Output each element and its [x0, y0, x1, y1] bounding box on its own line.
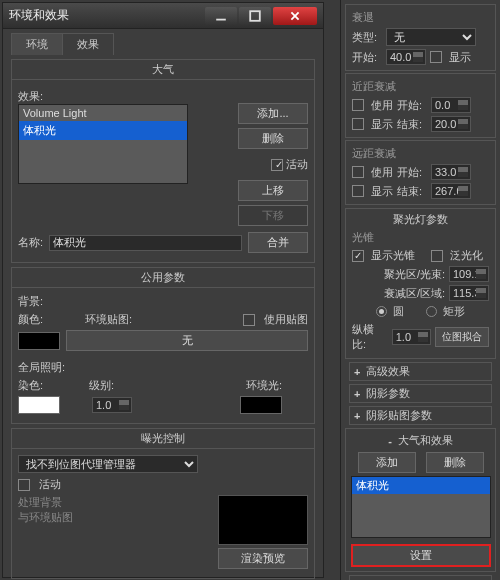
spot-title: 聚光灯参数 — [348, 212, 493, 227]
envmap-button[interactable]: 无 — [66, 330, 308, 351]
decay-label: 衰退 — [352, 10, 489, 25]
global-label: 全局照明: — [18, 360, 65, 375]
rp-add-button[interactable]: 添加 — [358, 452, 416, 473]
process-label: 处理背景 与环境贴图 — [18, 495, 73, 525]
tab-environment[interactable]: 环境 — [11, 33, 63, 55]
bg-color-swatch[interactable] — [18, 332, 60, 350]
ambient-label: 环境光: — [246, 378, 282, 393]
render-preview-button[interactable]: 渲染预览 — [218, 548, 308, 569]
preview-thumb — [218, 495, 308, 545]
collapse-shadowmap[interactable]: +阴影贴图参数 — [349, 406, 492, 425]
collapse-advfx[interactable]: +高级效果 — [349, 362, 492, 381]
tint-label: 染色: — [18, 378, 43, 393]
right-panel: 衰退 类型:无 开始:40.0显示 近距衰减 使用开始:0.0 显示结束:20.… — [340, 0, 500, 580]
envmap-label: 环境贴图: — [85, 312, 132, 327]
list-item[interactable]: Volume Light — [19, 105, 187, 121]
falloff-spinner[interactable]: 115.3 — [449, 285, 489, 301]
svg-rect-1 — [250, 11, 260, 21]
collapse-extra[interactable]: + — [349, 575, 492, 580]
tab-effects[interactable]: 效果 — [62, 33, 114, 55]
setup-button[interactable]: 设置 — [351, 544, 491, 567]
near-label: 近距衰减 — [352, 79, 489, 94]
effects-list[interactable]: Volume Light 体积光 — [18, 104, 188, 184]
collapse-shadow[interactable]: +阴影参数 — [349, 384, 492, 403]
level-spinner[interactable]: 1.0 — [92, 397, 132, 413]
color-label: 颜色: — [18, 312, 43, 327]
active-label: 活动 — [286, 158, 308, 170]
usemap-label: 使用贴图 — [264, 312, 308, 327]
overshoot-checkbox[interactable] — [431, 250, 443, 262]
minimize-button[interactable] — [205, 7, 237, 25]
exposure-select[interactable]: 找不到位图代理管理器 — [18, 455, 198, 473]
move-up-button[interactable]: 上移 — [238, 180, 308, 201]
close-button[interactable] — [273, 7, 317, 25]
hotspot-spinner[interactable]: 109.1 — [449, 266, 489, 282]
decay-start-spinner[interactable]: 40.0 — [386, 49, 426, 65]
decay-show-checkbox[interactable] — [430, 51, 442, 63]
background-label: 背景: — [18, 294, 43, 309]
effects-label: 效果: — [18, 89, 43, 104]
near-end-spinner[interactable]: 20.0 — [431, 116, 471, 132]
active-checkbox[interactable] — [271, 159, 283, 171]
rp-delete-button[interactable]: 删除 — [426, 452, 484, 473]
bitmap-fit-button[interactable]: 位图拟合 — [435, 327, 489, 347]
rect-radio[interactable] — [426, 306, 437, 317]
exp-active-checkbox[interactable] — [18, 479, 30, 491]
delete-button[interactable]: 删除 — [238, 128, 308, 149]
panel-title-common: 公用参数 — [12, 268, 314, 288]
far-start-spinner[interactable]: 33.0 — [431, 164, 471, 180]
far-end-spinner[interactable]: 267.0 — [431, 183, 471, 199]
name-input[interactable] — [49, 235, 242, 251]
far-label: 远距衰减 — [352, 146, 489, 161]
collapse-atmosfx[interactable]: -大气和效果 — [348, 432, 493, 449]
far-use-checkbox[interactable] — [352, 166, 364, 178]
aspect-spinner[interactable]: 1.0 — [392, 329, 432, 345]
panel-title-atmosphere: 大气 — [12, 60, 314, 80]
exp-active-label: 活动 — [39, 477, 61, 492]
ambient-swatch[interactable] — [240, 396, 282, 414]
tint-swatch[interactable] — [18, 396, 60, 414]
merge-button[interactable]: 合并 — [248, 232, 308, 253]
near-start-spinner[interactable]: 0.0 — [431, 97, 471, 113]
near-show-checkbox[interactable] — [352, 118, 364, 130]
list-item[interactable]: 体积光 — [19, 121, 187, 140]
far-show-checkbox[interactable] — [352, 185, 364, 197]
decay-type-select[interactable]: 无 — [386, 28, 476, 46]
rp-effects-list[interactable]: 体积光 — [351, 476, 491, 538]
name-label: 名称: — [18, 235, 43, 250]
panel-title-exposure: 曝光控制 — [12, 429, 314, 449]
add-button[interactable]: 添加... — [238, 103, 308, 124]
titlebar: 环境和效果 — [3, 3, 323, 29]
maximize-button[interactable] — [239, 7, 271, 25]
level-label: 级别: — [89, 378, 114, 393]
move-down-button[interactable]: 下移 — [238, 205, 308, 226]
list-item[interactable]: 体积光 — [352, 477, 490, 494]
circle-radio[interactable] — [376, 306, 387, 317]
usemap-checkbox[interactable] — [243, 314, 255, 326]
near-use-checkbox[interactable] — [352, 99, 364, 111]
cone-label: 光锥 — [352, 230, 489, 245]
showcone-checkbox[interactable] — [352, 250, 364, 262]
window-title: 环境和效果 — [9, 7, 203, 24]
